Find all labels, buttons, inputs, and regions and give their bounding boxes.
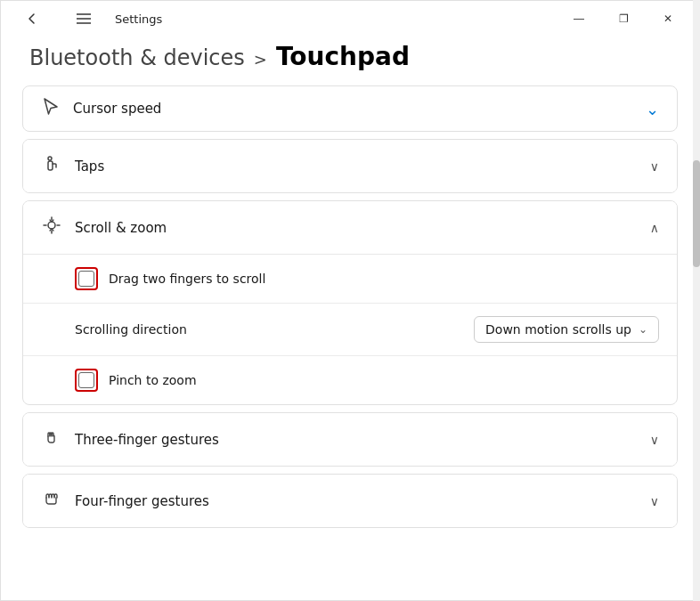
menu-button[interactable] bbox=[63, 4, 104, 33]
three-finger-header-left: Three-finger gestures bbox=[41, 427, 219, 451]
taps-section: Taps ∨ bbox=[22, 139, 678, 193]
svg-point-4 bbox=[48, 222, 55, 229]
three-finger-header[interactable]: Three-finger gestures ∨ bbox=[23, 413, 677, 466]
cursor-speed-chevron: ⌄ bbox=[646, 100, 659, 118]
close-button[interactable]: ✕ bbox=[647, 4, 688, 33]
title-bar-left: Settings bbox=[12, 4, 162, 33]
maximize-button[interactable]: ❐ bbox=[603, 4, 644, 33]
scrolling-direction-dropdown[interactable]: Down motion scrolls up ⌄ bbox=[474, 316, 659, 343]
breadcrumb: Bluetooth & devices > Touchpad bbox=[1, 37, 699, 85]
cursor-speed-section: Cursor speed ⌄ bbox=[22, 85, 678, 132]
three-finger-chevron: ∨ bbox=[650, 433, 659, 447]
pinch-zoom-label: Pinch to zoom bbox=[109, 373, 197, 387]
three-finger-section: Three-finger gestures ∨ bbox=[22, 412, 678, 467]
title-bar: Settings — ❐ ✕ bbox=[1, 1, 699, 37]
settings-content: Cursor speed ⌄ bbox=[1, 85, 699, 600]
drag-scroll-label: Drag two fingers to scroll bbox=[109, 272, 265, 286]
dropdown-chevron-icon: ⌄ bbox=[639, 323, 647, 336]
four-finger-title: Four-finger gestures bbox=[75, 493, 209, 509]
pinch-zoom-row: Pinch to zoom bbox=[23, 356, 677, 404]
breadcrumb-arrow: > bbox=[254, 50, 267, 69]
breadcrumb-parent[interactable]: Bluetooth & devices bbox=[29, 45, 245, 70]
cursor-speed-left: Cursor speed bbox=[41, 97, 161, 120]
cursor-icon bbox=[41, 97, 61, 120]
scrollbar-track bbox=[693, 0, 700, 601]
drag-scroll-checkbox-wrapper bbox=[75, 267, 98, 290]
window-title: Settings bbox=[115, 12, 162, 26]
breadcrumb-current: Touchpad bbox=[276, 42, 410, 71]
drag-scroll-checkbox-row: Drag two fingers to scroll bbox=[75, 267, 265, 290]
scroll-zoom-title: Scroll & zoom bbox=[75, 220, 167, 236]
scroll-zoom-header[interactable]: Scroll & zoom ∧ bbox=[23, 201, 677, 254]
minimize-button[interactable]: — bbox=[558, 4, 599, 33]
cursor-speed-label: Cursor speed bbox=[73, 101, 161, 117]
window-controls: — ❐ ✕ bbox=[558, 4, 688, 33]
drag-scroll-row: Drag two fingers to scroll bbox=[23, 255, 677, 304]
back-button[interactable] bbox=[12, 4, 53, 33]
four-finger-header[interactable]: Four-finger gestures ∨ bbox=[23, 475, 677, 527]
pinch-zoom-checkbox-wrapper bbox=[75, 369, 98, 392]
scrollbar-thumb[interactable] bbox=[693, 160, 700, 267]
drag-scroll-checkbox[interactable] bbox=[78, 271, 94, 287]
taps-icon bbox=[41, 154, 62, 178]
taps-title: Taps bbox=[75, 158, 104, 175]
three-finger-title: Three-finger gestures bbox=[75, 432, 219, 448]
four-finger-chevron: ∨ bbox=[650, 494, 659, 508]
scrolling-direction-row: Scrolling direction Down motion scrolls … bbox=[23, 304, 677, 356]
taps-header-left: Taps bbox=[41, 154, 104, 178]
four-finger-icon bbox=[41, 489, 62, 513]
pinch-zoom-checkbox[interactable] bbox=[78, 372, 94, 388]
scroll-zoom-section: Scroll & zoom ∧ Drag two fingers to scro… bbox=[22, 200, 678, 405]
scrolling-direction-label: Scrolling direction bbox=[75, 322, 187, 337]
three-finger-icon bbox=[41, 427, 62, 451]
dropdown-value: Down motion scrolls up bbox=[485, 322, 631, 337]
four-finger-header-left: Four-finger gestures bbox=[41, 489, 209, 513]
taps-chevron: ∨ bbox=[650, 159, 659, 174]
taps-header[interactable]: Taps ∨ bbox=[23, 140, 677, 192]
scroll-zoom-chevron: ∧ bbox=[650, 221, 659, 235]
scroll-zoom-body: Drag two fingers to scroll Scrolling dir… bbox=[23, 254, 677, 404]
pinch-zoom-checkbox-row: Pinch to zoom bbox=[75, 369, 197, 392]
scroll-zoom-header-left: Scroll & zoom bbox=[41, 215, 167, 240]
scroll-zoom-icon bbox=[41, 215, 62, 240]
cursor-speed-header[interactable]: Cursor speed ⌄ bbox=[23, 86, 677, 131]
four-finger-section: Four-finger gestures ∨ bbox=[22, 474, 678, 528]
svg-point-3 bbox=[48, 157, 52, 160]
